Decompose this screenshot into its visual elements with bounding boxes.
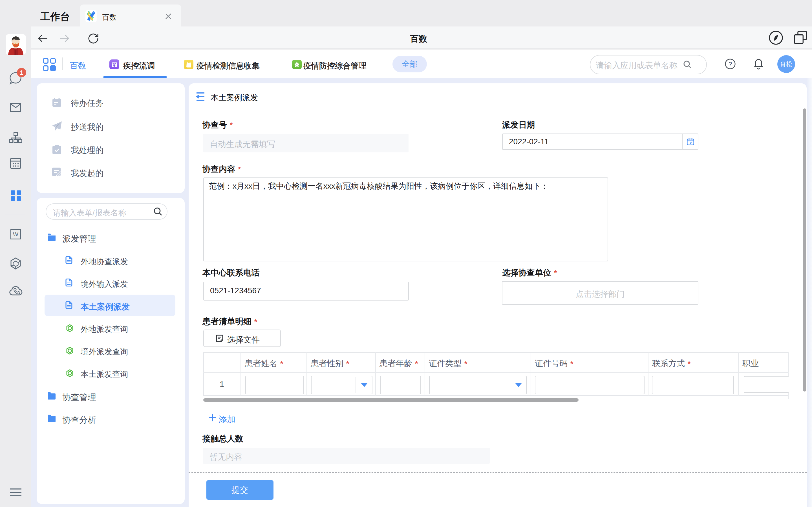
svg-text:W: W (13, 231, 18, 237)
svg-text:?: ? (728, 61, 732, 68)
svg-text:1: 1 (20, 69, 23, 76)
